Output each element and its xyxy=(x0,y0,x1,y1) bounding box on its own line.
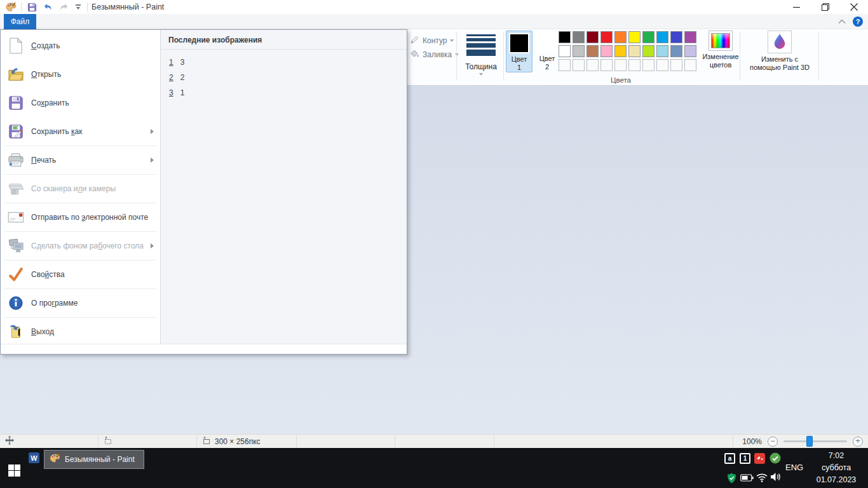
color1-label: Цвет xyxy=(512,55,527,63)
file-menu-items: Создать Открыть Сохранить Сохранить как xyxy=(1,30,161,344)
color-swatch[interactable] xyxy=(642,31,654,43)
status-section xyxy=(297,435,395,448)
language-indicator[interactable]: ENG xyxy=(785,463,808,472)
shape-outline-button[interactable]: Контур xyxy=(410,34,459,48)
start-button[interactable] xyxy=(8,464,20,477)
color-swatch[interactable] xyxy=(628,31,641,43)
zoom-slider[interactable] xyxy=(783,440,847,442)
menu-item-about[interactable]: О программе xyxy=(1,288,160,317)
tray-red-app-icon[interactable] xyxy=(754,453,765,466)
zoom-slider-thumb[interactable] xyxy=(806,436,813,447)
thickness-button[interactable]: Толщина xyxy=(461,32,501,76)
color-swatch-empty[interactable] xyxy=(670,59,682,71)
menu-item-new[interactable]: Создать xyxy=(1,31,160,60)
help-button[interactable]: ? xyxy=(853,17,863,27)
volume-icon[interactable] xyxy=(770,472,782,484)
menu-item-save[interactable]: Сохранить xyxy=(1,88,160,117)
color-swatch-empty[interactable] xyxy=(656,59,668,71)
submenu-arrow-icon xyxy=(151,158,154,163)
color-swatch[interactable] xyxy=(600,45,613,57)
color-swatch[interactable] xyxy=(656,45,668,57)
color-swatch-empty[interactable] xyxy=(642,59,654,71)
color-swatch-empty[interactable] xyxy=(587,59,599,71)
color-swatch[interactable] xyxy=(642,45,654,57)
color-swatch[interactable] xyxy=(684,31,696,43)
color-swatch[interactable] xyxy=(684,45,696,57)
security-shield-icon[interactable] xyxy=(727,473,736,485)
collapse-ribbon-button[interactable] xyxy=(838,17,846,26)
color-swatch[interactable] xyxy=(670,45,682,57)
menu-item-save-as[interactable]: Сохранить как xyxy=(1,117,160,146)
word-taskbar-icon[interactable]: W xyxy=(29,452,39,463)
menu-item-properties[interactable]: Свойства xyxy=(1,260,160,288)
paint-app-icon xyxy=(50,454,60,465)
minimize-button[interactable] xyxy=(782,0,811,14)
tray-1-icon[interactable]: 1 xyxy=(740,453,750,464)
color-swatch[interactable] xyxy=(573,45,585,57)
color2-label: Цвет xyxy=(539,55,555,62)
color2-button[interactable]: Цвет2 xyxy=(534,30,560,72)
undo-button[interactable] xyxy=(42,1,53,13)
printer-icon xyxy=(6,152,25,168)
shape-fill-button[interactable]: Заливка xyxy=(410,48,459,62)
color-swatch[interactable] xyxy=(614,31,627,43)
color-swatch[interactable] xyxy=(600,31,613,43)
color-swatch-empty[interactable] xyxy=(573,59,585,71)
color-swatch-empty[interactable] xyxy=(600,59,613,71)
redo-button[interactable] xyxy=(58,1,69,13)
clock-weekday: суббота xyxy=(808,462,864,474)
menu-item-send-email[interactable]: Отправить по электронной почте xyxy=(1,203,160,231)
close-button[interactable] xyxy=(839,0,868,14)
color-swatch[interactable] xyxy=(573,31,585,43)
edit-colors-button[interactable]: Изменениецветов xyxy=(702,30,740,72)
menu-item-open[interactable]: Открыть xyxy=(1,60,160,88)
paint-taskbar-button[interactable]: Безымянный - Paint xyxy=(44,450,144,469)
color-swatch[interactable] xyxy=(670,31,682,43)
color-swatch[interactable] xyxy=(587,31,599,43)
color-swatch-empty[interactable] xyxy=(684,59,696,71)
fill-label: Заливка xyxy=(423,50,452,59)
color-swatch-empty[interactable] xyxy=(614,59,627,71)
color1-button[interactable]: Цвет1 xyxy=(506,30,532,72)
recent-images-header: Последние изображения xyxy=(161,30,407,50)
zoom-out-button[interactable]: − xyxy=(768,437,778,447)
edit-with-paint3d-button[interactable]: Изменить спомощью Paint 3D xyxy=(742,30,817,72)
tray-green-check-icon[interactable] xyxy=(770,452,781,466)
recent-item[interactable]: 13 xyxy=(161,55,407,69)
submenu-arrow-icon xyxy=(151,243,154,248)
save-floppy-icon xyxy=(6,95,25,111)
zoom-in-button[interactable]: + xyxy=(853,437,863,447)
save-button[interactable] xyxy=(26,1,37,13)
qat-customize-button[interactable] xyxy=(74,4,83,10)
color-swatch[interactable] xyxy=(614,45,627,57)
clock-date: 01.07.2023 xyxy=(808,474,864,486)
submenu-arrow-icon xyxy=(151,129,154,134)
clock-time: 7:02 xyxy=(808,450,864,462)
color-swatch[interactable] xyxy=(559,31,571,43)
desktop-monitors-icon xyxy=(6,238,25,254)
wifi-icon[interactable] xyxy=(756,473,768,484)
color-swatch[interactable] xyxy=(587,45,599,57)
battery-icon[interactable] xyxy=(740,474,754,484)
new-document-icon xyxy=(6,37,25,54)
scanner-camera-icon xyxy=(6,182,25,196)
color-swatch[interactable] xyxy=(559,45,571,57)
recent-item[interactable]: 31 xyxy=(161,86,407,99)
tray-a-icon[interactable]: a xyxy=(724,453,735,464)
clock[interactable]: 7:02 суббота 01.07.2023 xyxy=(808,450,864,486)
color-swatch-empty[interactable] xyxy=(559,59,571,71)
recent-images-panel: Последние изображения 13 22 31 xyxy=(161,30,407,344)
paint3d-icon xyxy=(768,30,792,53)
tab-file[interactable]: Файл xyxy=(4,14,36,29)
color-swatch-empty[interactable] xyxy=(628,59,641,71)
restore-button[interactable] xyxy=(811,0,839,14)
menu-separator xyxy=(4,231,156,232)
canvas-size-label: 300 × 256пкс xyxy=(215,437,261,446)
menu-item-print[interactable]: Печать xyxy=(1,146,160,174)
outline-label: Контур xyxy=(423,36,447,45)
color-swatch[interactable] xyxy=(656,31,668,43)
recent-item[interactable]: 22 xyxy=(161,71,407,84)
color-swatch[interactable] xyxy=(628,45,641,57)
file-menu: Создать Открыть Сохранить Сохранить как xyxy=(0,29,407,355)
menu-item-exit[interactable]: Выход xyxy=(1,317,160,346)
